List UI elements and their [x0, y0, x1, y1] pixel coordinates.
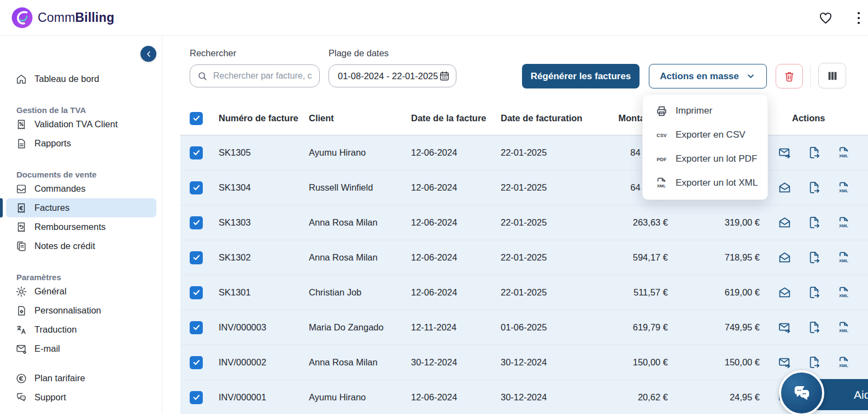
amount-ttc: 619,00 € [668, 287, 760, 298]
row-checkbox[interactable] [190, 391, 203, 404]
file-export-icon[interactable] [807, 251, 821, 264]
sidebar-item-general[interactable]: Général [6, 282, 156, 301]
svg-text:XML: XML [839, 328, 848, 333]
euro-circle-icon [15, 372, 27, 385]
menu-item-label: Exporter en CSV [676, 129, 746, 140]
sidebar-item-label: Plan tarifaire [34, 373, 85, 383]
row-checkbox[interactable] [190, 321, 203, 334]
envelope-open-icon[interactable] [778, 216, 791, 229]
envelope-open-icon[interactable] [778, 286, 791, 299]
invoice-date: 12-06-2024 [402, 182, 491, 193]
printer-icon [654, 105, 668, 117]
row-checkbox[interactable] [190, 216, 203, 229]
pdf-icon: PDF [654, 152, 668, 166]
sidebar-item-customization[interactable]: Personnalisation [6, 301, 156, 320]
amount-ht: 619,79 € [587, 322, 668, 333]
kebab-menu-icon[interactable] [857, 12, 861, 24]
sidebar-item-pricing-plan[interactable]: Plan tarifaire [6, 369, 156, 388]
sidebar-section-settings: Paramètres [0, 264, 162, 282]
file-export-icon[interactable] [807, 216, 821, 229]
search-input[interactable] [213, 71, 315, 81]
col-actions: Actions [760, 113, 868, 123]
svg-text:CSV: CSV [656, 133, 666, 138]
envelope-open-icon[interactable] [778, 181, 791, 194]
client-name: Christian Job [300, 287, 402, 298]
menu-item-export-csv[interactable]: CSV Exporter en CSV [643, 123, 767, 147]
sidebar-item-dashboard[interactable]: Tableau de bord [6, 69, 156, 88]
row-checkbox[interactable] [190, 181, 203, 194]
menu-item-print[interactable]: Imprimer [643, 99, 767, 123]
col-billing-date[interactable]: Date de facturation [491, 113, 587, 123]
xml-file-icon[interactable]: XML [837, 286, 851, 299]
billing-date: 30-12-2024 [491, 392, 587, 403]
sidebar-item-label: Factures [34, 203, 69, 213]
xml-file-icon[interactable]: XML [837, 321, 851, 334]
app-logo[interactable]: CommBilling [11, 7, 114, 28]
sidebar-item-credit-notes[interactable]: Notes de crédit [6, 236, 156, 256]
delete-button[interactable] [776, 64, 803, 88]
billing-date: 30-12-2024 [491, 357, 587, 368]
sidebar-item-support[interactable]: Support [6, 388, 156, 407]
date-range-input[interactable] [338, 71, 439, 81]
document-gear-icon [15, 305, 27, 317]
sidebar-collapse-button[interactable] [140, 46, 156, 62]
search-label: Rechercher [190, 48, 236, 58]
row-checkbox[interactable] [190, 356, 203, 369]
billing-date: 22-01-2025 [491, 217, 587, 228]
inbox-icon [15, 183, 27, 195]
xml-file-icon[interactable]: XML [837, 181, 851, 194]
sidebar-item-label: Tableau de bord [34, 74, 99, 84]
client-name: Anna Rosa Milan [300, 357, 402, 368]
envelope-send-icon[interactable] [778, 356, 791, 369]
envelope-send-icon[interactable] [778, 321, 791, 334]
row-checkbox[interactable] [190, 251, 203, 264]
file-export-icon[interactable] [807, 356, 821, 369]
sidebar-section-sales-docs: Documents de vente [0, 162, 162, 179]
sidebar-item-reports[interactable]: Rapports [6, 134, 156, 153]
row-checkbox[interactable] [190, 146, 203, 159]
row-checkbox[interactable] [190, 286, 203, 299]
sidebar-spacer [0, 358, 162, 369]
regenerate-invoices-button[interactable]: Régénérer les factures [522, 64, 640, 88]
menu-item-export-pdf[interactable]: PDF Exporter un lot PDF [643, 147, 767, 171]
file-export-icon[interactable] [807, 286, 821, 299]
sidebar-item-translation[interactable]: Traduction [6, 320, 156, 339]
sidebar-item-email[interactable]: E-mail [6, 339, 156, 358]
menu-item-label: Imprimer [676, 105, 712, 116]
chat-bubbles-icon [15, 392, 27, 404]
sidebar-item-label: E-mail [34, 344, 60, 354]
file-export-icon[interactable] [807, 181, 821, 194]
xml-file-icon[interactable]: XML [837, 146, 851, 159]
sidebar-item-label: Notes de crédit [34, 241, 95, 251]
bulk-actions-button[interactable]: Actions en masse [649, 64, 767, 88]
help-chat-bubble-icon[interactable] [779, 370, 824, 414]
sidebar-item-invoices[interactable]: Factures [6, 198, 156, 217]
home-icon [15, 73, 27, 85]
envelope-open-icon[interactable] [778, 251, 791, 264]
xml-file-icon[interactable]: XML [837, 251, 851, 264]
chevron-down-icon [746, 71, 756, 81]
search-box [190, 64, 320, 87]
heart-icon[interactable] [818, 11, 833, 25]
invoice-number: SK1301 [209, 287, 300, 298]
xml-file-icon[interactable]: XML [837, 356, 851, 369]
columns-button[interactable] [818, 63, 846, 88]
col-invoice-number[interactable]: Numéro de facture [209, 113, 300, 123]
select-all-checkbox[interactable] [190, 112, 203, 125]
col-invoice-date[interactable]: Date de la facture [402, 113, 491, 123]
file-export-icon[interactable] [807, 146, 821, 159]
calendar-icon [439, 70, 450, 81]
invoice-number: SK1303 [209, 217, 300, 228]
search-icon [197, 71, 208, 81]
xml-file-icon[interactable]: XML [837, 216, 851, 229]
sidebar-item-refunds[interactable]: Remboursements [6, 217, 156, 236]
table-row: INV/000003 Maria Do Zangado 12-11-2024 0… [180, 310, 868, 345]
envelope-send-icon[interactable] [778, 146, 791, 159]
col-client[interactable]: Client [300, 113, 402, 123]
sidebar-item-vat-validation[interactable]: Validation TVA Client [6, 115, 156, 134]
file-export-icon[interactable] [807, 321, 821, 334]
date-range-picker[interactable] [329, 64, 456, 87]
invoice-number: SK1305 [209, 147, 300, 158]
menu-item-export-xml[interactable]: XML Exporter un lot XML [643, 171, 767, 195]
sidebar-item-orders[interactable]: Commandes [6, 179, 156, 198]
